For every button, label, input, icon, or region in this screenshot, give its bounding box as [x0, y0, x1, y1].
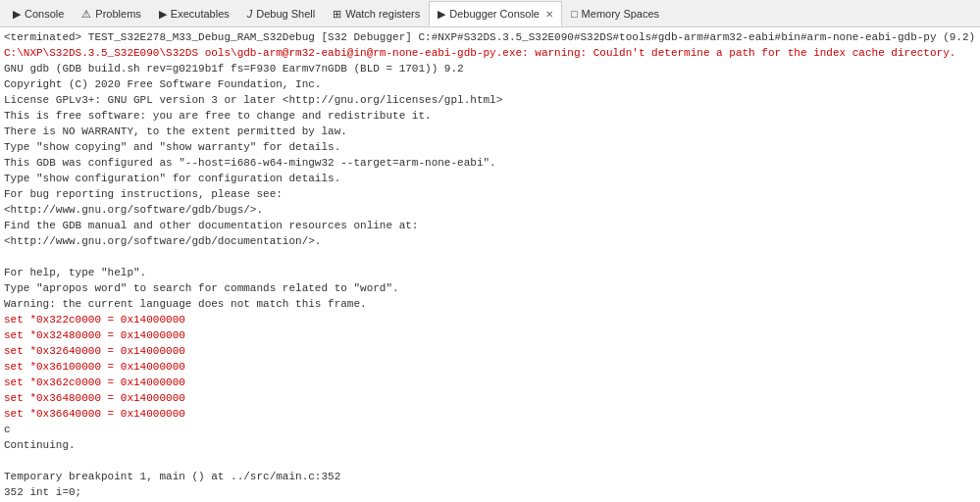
output-line: set *0x32480000 = 0x14000000: [4, 327, 976, 343]
output-line: This GDB was configured as "--host=i686-…: [4, 155, 976, 171]
output-line: Continuing.: [4, 437, 976, 453]
tab-bar: ▶ Console ⚠ Problems ▶ Executables J Deb…: [0, 0, 980, 27]
output-line: 352 int i=0;: [4, 484, 976, 500]
output-line: For help, type "help".: [4, 265, 976, 280]
output-line: Type "show configuration" for configurat…: [4, 171, 976, 186]
output-line: set *0x36640000 = 0x14000000: [4, 406, 976, 422]
output-line: [4, 453, 976, 469]
tab-executables-label: Executables: [171, 8, 230, 20]
output-line: set *0x32640000 = 0x14000000: [4, 343, 976, 359]
output-line: C:\NXP\S32DS.3.5_S32E090\S32DS ools\gdb-…: [4, 45, 976, 61]
tab-executables[interactable]: ▶ Executables: [150, 1, 238, 26]
console-icon: ▶: [13, 8, 21, 21]
tab-console[interactable]: ▶ Console: [4, 1, 73, 26]
output-line: There is NO WARRANTY, to the extent perm…: [4, 124, 976, 139]
output-line: <http://www.gnu.org/software/gdb/documen…: [4, 233, 976, 249]
tab-watch-registers-label: Watch registers: [345, 8, 420, 20]
output-line: set *0x322c0000 = 0x14000000: [4, 312, 976, 327]
tab-debugger-console[interactable]: ▶ Debugger Console ✕: [429, 1, 562, 26]
output-line: c: [4, 422, 976, 437]
output-lines: C:\NXP\S32DS.3.5_S32E090\S32DS ools\gdb-…: [4, 45, 976, 502]
output-line: Type "apropos word" to search for comman…: [4, 280, 976, 296]
output-line: GNU gdb (GDB build.sh rev=g0219b1f fs=F9…: [4, 61, 976, 76]
output-line: set *0x36100000 = 0x14000000: [4, 359, 976, 375]
output-line: set *0x36480000 = 0x14000000: [4, 390, 976, 406]
output-line: <http://www.gnu.org/software/gdb/bugs/>.: [4, 202, 976, 218]
tab-console-label: Console: [25, 8, 64, 20]
output-line: Find the GDB manual and other documentat…: [4, 218, 976, 233]
output-line: Type "show copying" and "show warranty" …: [4, 139, 976, 155]
tab-problems-label: Problems: [95, 8, 140, 20]
output-line: set *0x362c0000 = 0x14000000: [4, 375, 976, 390]
problems-icon: ⚠: [81, 8, 91, 21]
tab-problems[interactable]: ⚠ Problems: [73, 1, 149, 26]
console-output: <terminated> TEST_S32E278_M33_Debug_RAM_…: [0, 27, 980, 502]
debugger-console-icon: ▶: [438, 8, 445, 21]
tab-debug-shell[interactable]: J Debug Shell: [238, 1, 324, 26]
output-line: [4, 249, 976, 265]
output-line: License GPLv3+: GNU GPL version 3 or lat…: [4, 92, 976, 108]
terminated-line: <terminated> TEST_S32E278_M33_Debug_RAM_…: [4, 29, 976, 45]
debug-shell-icon: J: [247, 8, 253, 20]
tab-debugger-console-label: Debugger Console: [449, 8, 540, 20]
executables-icon: ▶: [159, 8, 167, 21]
watch-registers-icon: ⊞: [333, 8, 341, 21]
output-line: Warning: the current language does not m…: [4, 296, 976, 312]
close-icon[interactable]: ✕: [545, 9, 553, 20]
tab-memory-spaces-label: Memory Spaces: [582, 8, 659, 20]
output-line: Temporary breakpoint 1, main () at ../sr…: [4, 469, 976, 484]
output-line: This is free software: you are free to c…: [4, 108, 976, 124]
tab-watch-registers[interactable]: ⊞ Watch registers: [324, 1, 429, 26]
tab-debug-shell-label: Debug Shell: [256, 8, 315, 20]
tab-memory-spaces[interactable]: □ Memory Spaces: [562, 1, 668, 26]
output-line: For bug reporting instructions, please s…: [4, 186, 976, 202]
memory-spaces-icon: □: [571, 8, 578, 20]
output-line: Copyright (C) 2020 Free Software Foundat…: [4, 76, 976, 92]
